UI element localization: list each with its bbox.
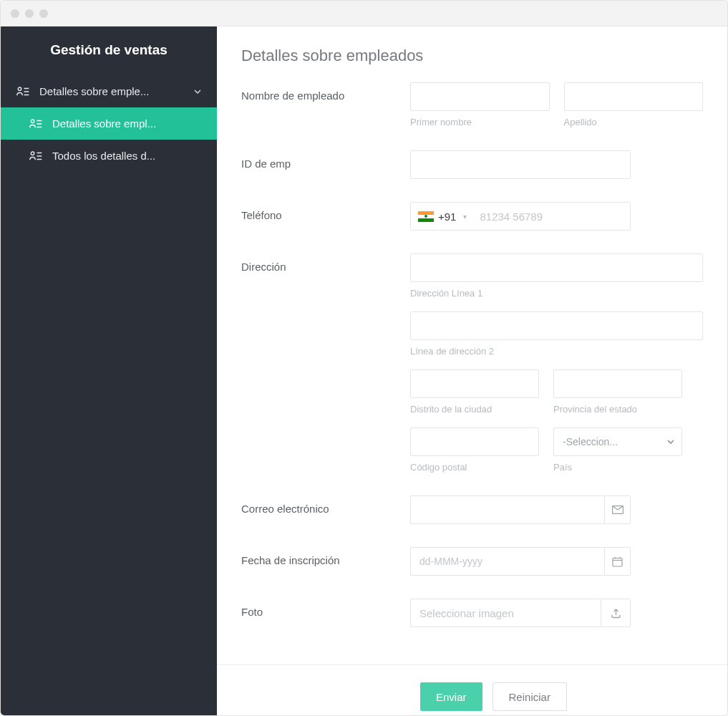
row-phone: Teléfono +91 ▾ — [241, 202, 703, 231]
row-email: Correo electrónico — [241, 495, 703, 524]
svg-point-8 — [31, 152, 34, 155]
email-field[interactable] — [410, 495, 604, 524]
date-field[interactable] — [410, 547, 604, 576]
sidebar-group-employee-details[interactable]: Detalles sobre emple... — [1, 75, 217, 107]
row-address: Dirección Dirección Línea 1 Línea de dir… — [241, 253, 703, 473]
first-name-sublabel: Primer nombre — [410, 117, 550, 127]
last-name-field[interactable] — [564, 82, 704, 111]
row-employee-name: Nombre de empleado Primer nombre Apellid… — [241, 82, 703, 127]
postal-field[interactable] — [410, 427, 539, 456]
photo-upload-field[interactable]: Seleccionar imagen — [410, 599, 601, 627]
last-name-sublabel: Apellido — [564, 117, 704, 127]
country-sublabel: País — [553, 462, 682, 473]
address-line1-field[interactable] — [410, 253, 703, 282]
label-emp-id: ID de emp — [241, 150, 410, 170]
flag-india-icon — [418, 211, 434, 222]
person-list-icon — [29, 118, 42, 130]
window-titlebar — [1, 1, 727, 26]
label-phone: Teléfono — [241, 202, 410, 221]
upload-icon[interactable] — [601, 599, 631, 627]
person-list-icon — [29, 150, 42, 162]
email-icon — [604, 495, 631, 524]
row-date: Fecha de inscripción — [241, 547, 703, 576]
district-field[interactable] — [410, 369, 539, 398]
submit-button[interactable]: Enviar — [420, 682, 482, 711]
dial-code: +91 — [438, 211, 459, 223]
main-content: Detalles sobre empleados Nombre de emple… — [217, 26, 727, 715]
address-line2-sublabel: Línea de dirección 2 — [410, 346, 703, 357]
sidebar-item-employee-details[interactable]: Detalles sobre empl... — [1, 107, 217, 140]
sidebar-item-all-details[interactable]: Todos los detalles d... — [1, 140, 217, 172]
photo-placeholder: Seleccionar imagen — [419, 607, 514, 619]
sidebar-group-label: Detalles sobre emple... — [39, 85, 149, 97]
label-photo: Foto — [241, 599, 410, 618]
employee-form: Nombre de empleado Primer nombre Apellid… — [217, 82, 727, 664]
state-sublabel: Provincia del estado — [553, 404, 682, 415]
district-sublabel: Distrito de la ciudad — [410, 404, 539, 415]
state-field[interactable] — [553, 369, 682, 398]
first-name-field[interactable] — [410, 82, 550, 111]
label-email: Correo electrónico — [241, 495, 410, 515]
country-code-selector[interactable]: +91 ▾ — [411, 211, 472, 223]
row-emp-id: ID de emp — [241, 150, 703, 179]
caret-down-icon: ▾ — [463, 213, 467, 221]
label-date: Fecha de inscripción — [241, 547, 410, 566]
reset-button[interactable]: Reiniciar — [492, 682, 567, 711]
traffic-light-minimize[interactable] — [25, 9, 34, 18]
address-line1-sublabel: Dirección Línea 1 — [410, 288, 703, 299]
row-photo: Foto Seleccionar imagen — [241, 599, 703, 627]
phone-field[interactable] — [472, 203, 630, 230]
emp-id-field[interactable] — [410, 150, 631, 179]
sidebar-title: Gestión de ventas — [1, 26, 217, 75]
label-address: Dirección — [241, 253, 410, 273]
sidebar-item-label: Todos los detalles d... — [52, 150, 155, 162]
traffic-light-zoom[interactable] — [39, 9, 48, 18]
address-line2-field[interactable] — [410, 311, 703, 340]
country-select-text: -Seleccion... — [563, 436, 618, 448]
calendar-icon[interactable] — [604, 547, 631, 576]
svg-point-0 — [18, 87, 21, 91]
chevron-down-icon — [194, 90, 201, 94]
sidebar-item-label: Detalles sobre empl... — [52, 117, 156, 130]
label-employee-name: Nombre de empleado — [241, 82, 410, 102]
sidebar: Gestión de ventas Detalles sobre emple..… — [1, 26, 217, 715]
svg-rect-13 — [613, 558, 622, 566]
traffic-light-close[interactable] — [11, 9, 19, 18]
form-footer: Enviar Reiniciar — [217, 664, 727, 715]
person-list-icon — [16, 86, 29, 97]
app-window: Gestión de ventas Detalles sobre emple..… — [0, 0, 728, 716]
page-title: Detalles sobre empleados — [217, 26, 727, 82]
phone-input-group: +91 ▾ — [410, 202, 631, 231]
caret-down-icon — [667, 440, 674, 444]
country-select[interactable]: -Seleccion... — [553, 427, 682, 456]
svg-point-4 — [31, 120, 34, 123]
postal-sublabel: Código postal — [410, 462, 539, 473]
